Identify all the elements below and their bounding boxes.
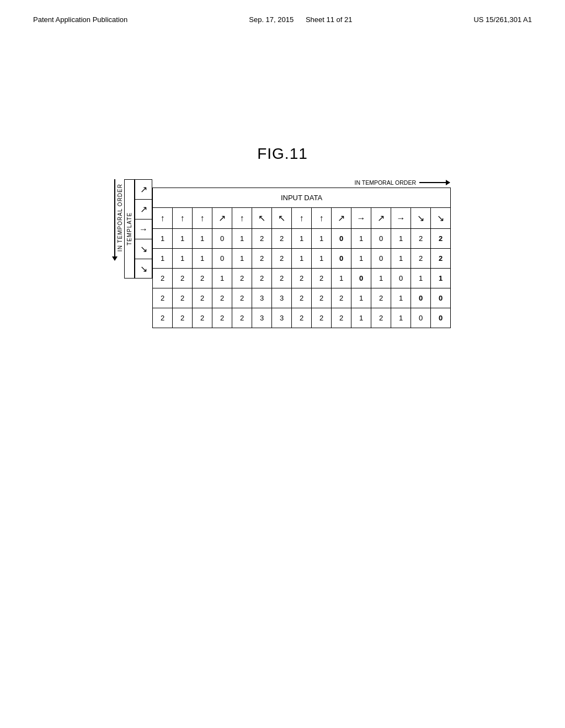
header-right: US 15/261,301 A1 xyxy=(473,15,532,24)
template-arrow-4: ↘ xyxy=(135,259,152,279)
arrow-5: ↖ xyxy=(252,208,272,229)
input-data-label: INPUT DATA xyxy=(153,188,451,208)
template-arrows-col: ↗ ↗ → ↘ ↘ xyxy=(135,179,152,279)
diagram-area: IN TEMPORAL ORDER TEMPLATE ↗ ↗ → ↘ ↘ xyxy=(0,179,565,328)
template-section: TEMPLATE xyxy=(124,179,135,279)
arrow-2: ↑ xyxy=(193,208,212,229)
arrow-9: ↗ xyxy=(332,208,351,229)
arrow-7: ↑ xyxy=(292,208,312,229)
page-header: Patent Application Publication Sep. 17, … xyxy=(0,0,565,24)
template-arrow-2: → xyxy=(135,219,152,239)
template-label: TEMPLATE xyxy=(124,179,135,279)
header-sheet: Sep. 17, 2015 Sheet 11 of 21 xyxy=(249,15,352,24)
arrow-3: ↗ xyxy=(212,208,232,229)
template-arrow-0: ↗ xyxy=(135,179,152,199)
table-row: 2 2 2 2 2 3 3 2 2 2 1 2 1 0 0 xyxy=(153,288,451,308)
table-row: 1 1 1 0 1 2 2 1 1 0 1 0 1 2 2 xyxy=(153,229,451,249)
arrow-10: → xyxy=(351,208,371,229)
input-data-header-row: INPUT DATA xyxy=(153,188,451,208)
arrow-1: ↑ xyxy=(173,208,193,229)
outer-container: IN TEMPORAL ORDER TEMPLATE ↗ ↗ → ↘ ↘ xyxy=(114,179,451,328)
arrow-12: → xyxy=(391,208,411,229)
template-arrow-3: ↘ xyxy=(135,239,152,259)
arrow-13: ↘ xyxy=(411,208,431,229)
main-table: INPUT DATA ↑ ↑ ↑ ↗ ↑ ↖ ↖ ↑ ↑ ↗ → xyxy=(152,188,451,328)
main-table-container: IN TEMPORAL ORDER INPUT DATA ↑ xyxy=(152,179,451,328)
temporal-order-top-label: IN TEMPORAL ORDER xyxy=(152,179,451,186)
in-temporal-order-label-left: IN TEMPORAL ORDER xyxy=(117,184,123,251)
arrow-11: ↗ xyxy=(371,208,391,229)
table-row: 2 2 2 1 2 2 2 2 2 1 0 1 0 1 1 xyxy=(153,269,451,288)
arrow-row: ↑ ↑ ↑ ↗ ↑ ↖ ↖ ↑ ↑ ↗ → ↗ → ↘ ↘ xyxy=(153,208,451,229)
arrow-4: ↑ xyxy=(232,208,252,229)
arrow-6: ↖ xyxy=(272,208,292,229)
table-row: 2 2 2 2 2 3 3 2 2 2 1 2 1 0 0 xyxy=(153,308,451,328)
fig-title: FIG.11 xyxy=(0,145,565,163)
table-row: 1 1 1 0 1 2 2 1 1 0 1 0 1 2 2 xyxy=(153,249,451,269)
arrow-14: ↘ xyxy=(431,208,451,229)
template-arrow-1: ↗ xyxy=(135,199,152,219)
arrow-0: ↑ xyxy=(153,208,173,229)
header-left: Patent Application Publication xyxy=(33,15,127,24)
arrow-8: ↑ xyxy=(312,208,332,229)
